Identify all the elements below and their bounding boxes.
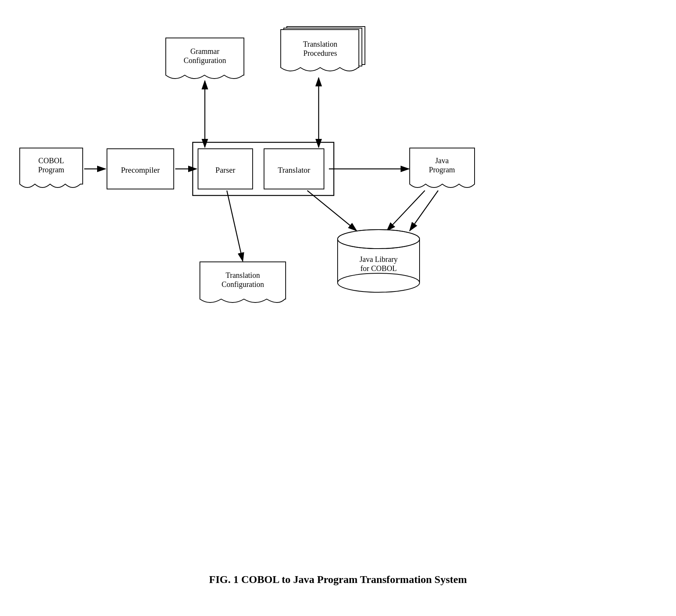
svg-text:Java: Java — [435, 156, 449, 165]
translation-config-node: Translation Configuration — [199, 261, 286, 306]
svg-text:Java Library: Java Library — [360, 255, 398, 264]
svg-text:Grammar: Grammar — [190, 47, 220, 55]
svg-line-8 — [307, 191, 357, 231]
svg-text:Translation: Translation — [303, 40, 337, 48]
svg-text:Parser: Parser — [215, 165, 235, 175]
svg-line-10 — [410, 191, 438, 231]
svg-point-38 — [338, 230, 419, 248]
svg-text:Procedures: Procedures — [303, 49, 337, 57]
svg-text:Configuration: Configuration — [184, 56, 226, 65]
translator-node: Translator — [263, 148, 325, 190]
cobol-program-node: COBOL Program — [19, 147, 83, 191]
java-program-node: Java Program — [409, 147, 475, 191]
diagram: COBOL Program Precompiler Parser Transla… — [0, 0, 676, 531]
svg-text:Program: Program — [38, 165, 64, 174]
svg-text:Program: Program — [429, 165, 455, 174]
figure-caption: FIG. 1 COBOL to Java Program Transformat… — [0, 573, 676, 586]
svg-text:Translator: Translator — [278, 165, 310, 175]
svg-line-7 — [227, 191, 243, 261]
translation-procedures-node: Translation Procedures — [280, 26, 363, 79]
svg-point-37 — [338, 273, 420, 292]
svg-text:COBOL: COBOL — [38, 156, 64, 165]
grammar-config-node: Grammar Configuration — [165, 37, 245, 82]
svg-text:Translation: Translation — [226, 271, 260, 279]
parser-node: Parser — [197, 148, 253, 190]
svg-text:Precompiler: Precompiler — [121, 165, 160, 175]
precompiler-node: Precompiler — [106, 148, 175, 190]
java-library-node: Java Library for COBOL — [337, 228, 420, 294]
svg-text:Configuration: Configuration — [222, 280, 264, 289]
svg-text:for COBOL: for COBOL — [360, 264, 397, 273]
svg-line-9 — [387, 191, 425, 231]
